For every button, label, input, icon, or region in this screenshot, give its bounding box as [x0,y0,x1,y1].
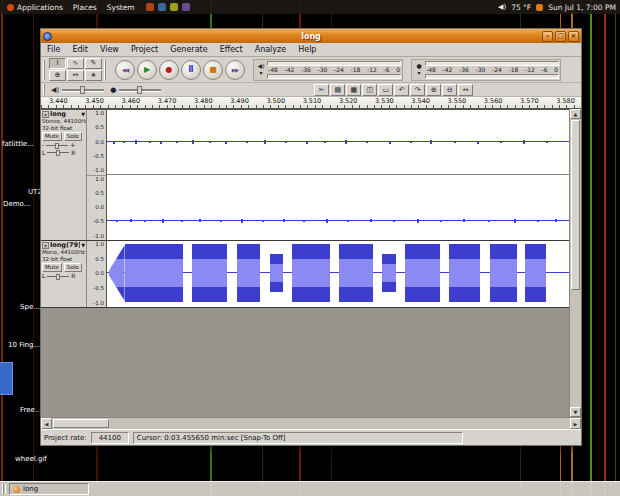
track-title[interactable]: long(79) [50,242,80,249]
zoom-fit-button[interactable]: ↔ [458,84,473,96]
toolbar-grip[interactable] [43,60,46,80]
desktop-icon[interactable]: Demo... [3,200,30,208]
maximize-button[interactable]: □ [555,31,566,42]
waveform-blip [324,141,326,143]
slider-thumb[interactable] [56,150,60,156]
volume-icon[interactable]: ◀) [498,3,506,11]
desktop-icon[interactable]: Spe... [20,303,40,311]
titlebar[interactable]: long – □ × [41,29,581,43]
selection-tool[interactable]: I [49,58,66,69]
scroll-down-arrow[interactable]: ▼ [570,407,581,417]
menu-project[interactable]: Project [125,45,164,54]
copy-button[interactable]: ▤ [330,84,345,96]
applications-menu[interactable]: Applications [4,3,66,12]
waveform-channel-left[interactable] [107,110,569,175]
pause-button[interactable]: Ⅱ [181,60,201,80]
timeshift-tool[interactable]: ↔ [67,70,84,81]
horizontal-scrollbar-thumb[interactable] [53,419,109,428]
edit-toolbar: ✂▤▦◫▭↶↷⊕⊖↔ [314,84,473,96]
playback-meter-menu[interactable]: ◀) ▾ [255,61,267,79]
menu-help[interactable]: Help [292,45,322,54]
zoom-tool[interactable]: ⊕ [49,70,66,81]
launcher-icon-2[interactable] [158,3,166,11]
pan-slider[interactable] [47,274,69,280]
solo-button[interactable]: Solo [64,263,82,272]
scroll-right-arrow[interactable]: ▶ [570,418,581,429]
recording-meter-menu[interactable]: ● ▾ [413,61,425,79]
record-button[interactable]: ● [159,60,179,80]
pan-slider[interactable] [47,150,69,156]
desktop-icon-thumbnail[interactable] [0,362,13,395]
undo-button[interactable]: ↶ [394,84,409,96]
waveform-channel-mono[interactable] [107,241,569,305]
close-button[interactable]: × [568,31,579,42]
vertical-scrollbar[interactable]: ▲ ▼ [569,109,581,417]
vertical-scrollbar-thumb[interactable] [571,120,580,290]
toolbar-grip[interactable] [43,84,46,94]
scroll-up-arrow[interactable]: ▲ [570,109,581,119]
waveform-blip [555,219,557,222]
launcher-icon-3[interactable] [170,3,178,11]
menu-file[interactable]: File [41,45,66,54]
menu-analyze[interactable]: Analyze [249,45,293,54]
draw-tool[interactable]: ✎ [85,58,102,69]
desktop-icon[interactable]: fatlittle... [2,140,34,148]
input-volume-slider[interactable] [119,86,161,94]
track-menu-dropdown-icon[interactable]: ▼ [81,243,85,249]
weather-icon[interactable] [536,4,543,11]
desktop-icon[interactable]: wheel.gif [15,455,47,463]
slider-thumb[interactable] [55,143,59,149]
zoom-in-button[interactable]: ⊕ [426,84,441,96]
slider-thumb[interactable] [80,86,85,94]
play-button[interactable]: ▶ [137,60,157,80]
track-menu-dropdown-icon[interactable]: ▼ [81,112,85,118]
menu-generate[interactable]: Generate [164,45,213,54]
skip-start-button[interactable]: ◀◀ [115,60,135,80]
mute-button[interactable]: Mute [42,132,62,141]
mute-button[interactable]: Mute [42,263,62,272]
output-volume-slider[interactable] [62,86,104,94]
places-menu[interactable]: Places [70,3,100,12]
menu-edit[interactable]: Edit [66,45,94,54]
zoom-out-button[interactable]: ⊖ [442,84,457,96]
cut-button[interactable]: ✂ [314,84,329,96]
gain-slider[interactable] [46,143,68,149]
taskbar-item-long[interactable]: long [9,483,89,495]
toolbar-grip[interactable] [104,60,107,80]
envelope-tool[interactable]: ∿ [67,58,84,69]
clock[interactable]: Sun Jul 1, 7:00 PM [548,3,616,12]
window-menu-icon[interactable] [43,32,52,41]
menu-effect[interactable]: Effect [214,45,249,54]
horizontal-scrollbar[interactable]: ◀ ▶ [41,417,581,429]
stop-button[interactable]: ■ [203,60,223,80]
paste-button[interactable]: ▦ [346,84,361,96]
launcher-icon-1[interactable] [146,3,154,11]
vertical-ruler[interactable]: 1.00.50.0-0.5-1.0 [87,241,106,307]
track-close-button[interactable]: × [42,242,49,249]
taskbar-grip[interactable] [2,484,6,494]
track-close-button[interactable]: × [42,111,49,118]
minimize-button[interactable]: – [542,31,553,42]
weather-temperature[interactable]: 75 °F [511,3,531,12]
trim-button[interactable]: ◫ [362,84,377,96]
project-rate-value[interactable]: 44100 [91,432,129,444]
launcher-icon-4[interactable] [182,3,190,11]
silence-button[interactable]: ▭ [378,84,393,96]
timeline-ruler[interactable]: 3.4403.4503.4603.4703.4803.4903.5003.510… [41,97,581,109]
desktop-icon[interactable]: 10 Fing... [8,341,40,349]
vertical-ruler[interactable]: 1.00.50.0-0.5-1.0 [87,110,106,176]
scroll-left-arrow[interactable]: ◀ [41,418,52,429]
vertical-ruler[interactable]: 1.00.50.0-0.5-1.0 [87,176,106,241]
slider-thumb[interactable] [137,86,142,94]
waveform-channel-right[interactable] [107,175,569,240]
skip-end-button[interactable]: ▶▶ [225,60,245,80]
redo-button[interactable]: ↷ [410,84,425,96]
multi-tool[interactable]: ∗ [85,70,102,81]
solo-button[interactable]: Solo [64,132,82,141]
slider-thumb[interactable] [56,274,60,280]
menu-view[interactable]: View [94,45,125,54]
system-menu[interactable]: System [104,3,138,12]
desktop-icon[interactable]: Free... [20,406,42,414]
track-title[interactable]: long [50,111,80,118]
waveform-blip [241,219,243,223]
